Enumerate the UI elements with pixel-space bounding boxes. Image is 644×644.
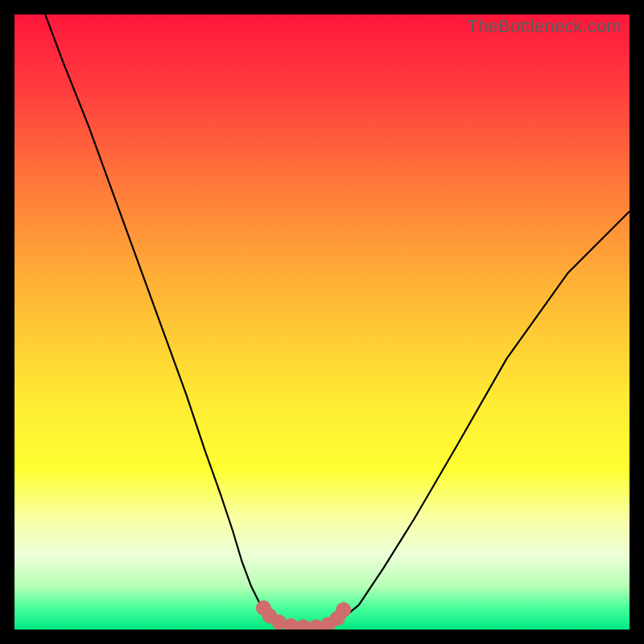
sweet-spot-marker xyxy=(336,603,351,617)
sweet-spot-marker-group xyxy=(256,601,350,630)
watermark-text: TheBottleneck.com xyxy=(467,16,621,37)
curve-layer xyxy=(14,14,630,630)
bottleneck-curve xyxy=(45,14,630,627)
chart-frame: TheBottleneck.com xyxy=(0,0,644,644)
plot-area: TheBottleneck.com xyxy=(14,14,630,630)
